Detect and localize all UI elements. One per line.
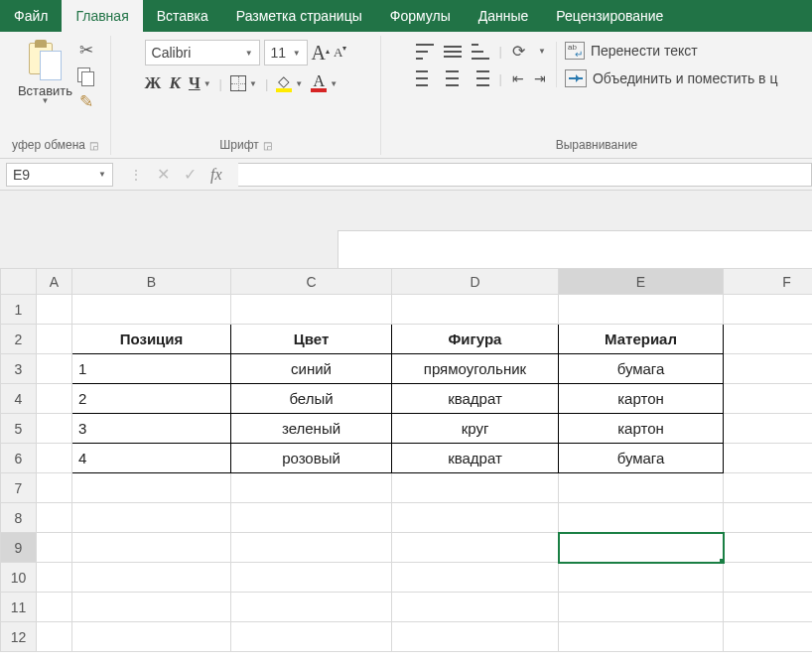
cell[interactable]: квадрат [392, 444, 559, 473]
cell[interactable] [559, 533, 724, 563]
cell[interactable]: 3 [72, 414, 231, 444]
confirm-icon[interactable]: ✓ [184, 165, 197, 184]
borders-button[interactable]: ▼ [230, 75, 257, 91]
row-header[interactable]: 3 [1, 354, 37, 384]
cell[interactable] [559, 622, 724, 652]
cell[interactable] [37, 622, 72, 652]
cell[interactable]: бумага [559, 444, 724, 473]
cell[interactable] [72, 563, 231, 593]
row-header[interactable]: 8 [1, 503, 37, 533]
col-header[interactable]: A [37, 269, 72, 295]
cell[interactable] [37, 384, 72, 414]
cell[interactable] [392, 533, 559, 563]
cell[interactable] [724, 354, 813, 384]
row-header[interactable]: 2 [1, 325, 37, 354]
fill-color-button[interactable]: ◇ ▼ [276, 74, 303, 92]
cell[interactable] [37, 444, 72, 473]
cell[interactable]: зеленый [231, 414, 392, 444]
row-header[interactable]: 10 [1, 563, 37, 593]
cell[interactable]: квадрат [392, 384, 559, 414]
cell[interactable] [724, 325, 813, 354]
cell[interactable]: 1 [72, 354, 231, 384]
cell[interactable] [72, 533, 231, 563]
cell[interactable] [231, 533, 392, 563]
col-header[interactable]: D [392, 269, 559, 295]
cell[interactable] [392, 563, 559, 593]
font-name-select[interactable]: Calibri ▼ [145, 40, 260, 66]
cut-icon[interactable]: ✂ [77, 42, 95, 60]
cancel-icon[interactable]: ✕ [157, 165, 170, 184]
cell[interactable] [37, 354, 72, 384]
cell[interactable]: Цвет [231, 325, 392, 354]
name-box[interactable]: E9 ▼ [6, 163, 113, 187]
cell[interactable] [231, 593, 392, 622]
cell[interactable] [724, 533, 813, 563]
cell[interactable] [72, 622, 231, 652]
cell[interactable]: 4 [72, 444, 231, 473]
col-header[interactable]: F [724, 269, 813, 295]
tab-home[interactable]: Главная [62, 0, 142, 32]
orientation-icon[interactable]: ⟳ [512, 42, 525, 61]
col-header[interactable]: B [72, 269, 231, 295]
tab-review[interactable]: Рецензирование [542, 0, 677, 32]
cell[interactable] [72, 593, 231, 622]
fx-icon[interactable]: fx [210, 166, 222, 184]
italic-button[interactable]: К [169, 73, 181, 93]
cell[interactable] [37, 533, 72, 563]
decrease-indent-icon[interactable]: ⇤ [512, 70, 524, 86]
row-header[interactable]: 7 [1, 473, 37, 503]
cell[interactable]: бумага [559, 354, 724, 384]
cell[interactable] [724, 414, 813, 444]
formula-bar-expand-icon[interactable]: ⋮ [129, 167, 143, 183]
cell[interactable] [72, 473, 231, 503]
cell[interactable]: прямоугольник [392, 354, 559, 384]
col-header[interactable]: E [559, 269, 724, 295]
cell[interactable]: розовый [231, 444, 392, 473]
align-top-icon[interactable] [416, 44, 434, 60]
cell[interactable] [392, 593, 559, 622]
cell[interactable]: Позиция [72, 325, 231, 354]
merge-center-button[interactable]: Объединить и поместить в ц [565, 69, 777, 87]
align-middle-icon[interactable] [444, 44, 462, 60]
paste-dropdown-icon[interactable]: ▼ [42, 96, 50, 105]
bold-button[interactable]: Ж [145, 73, 162, 93]
paste-button[interactable]: Вставить ▼ [16, 36, 75, 105]
cell[interactable] [231, 563, 392, 593]
cell[interactable] [392, 473, 559, 503]
cell[interactable] [724, 622, 813, 652]
increase-indent-icon[interactable]: ⇥ [534, 70, 546, 86]
cell[interactable] [392, 503, 559, 533]
grid-table[interactable]: A B C D E F 12ПозицияЦветФигураМатериал3… [0, 268, 812, 652]
align-right-icon[interactable] [472, 70, 489, 86]
cell[interactable] [559, 503, 724, 533]
copy-icon[interactable] [77, 67, 95, 85]
wrap-text-button[interactable]: Перенести текст [565, 42, 777, 60]
cell[interactable] [37, 473, 72, 503]
cell[interactable]: Фигура [392, 325, 559, 354]
cell[interactable] [392, 295, 559, 325]
align-left-icon[interactable] [416, 70, 434, 86]
row-header[interactable]: 1 [1, 295, 37, 325]
cell[interactable] [724, 444, 813, 473]
font-color-button[interactable]: A ▼ [311, 74, 338, 92]
align-center-icon[interactable] [444, 70, 462, 86]
row-header[interactable]: 9 [1, 533, 37, 563]
shrink-font-icon[interactable]: A▾ [334, 45, 346, 61]
cell[interactable] [37, 563, 72, 593]
align-bottom-icon[interactable] [472, 44, 489, 60]
cell[interactable]: картон [559, 384, 724, 414]
cell[interactable] [37, 295, 72, 325]
clipboard-dialog-icon[interactable]: ◲ [89, 140, 98, 151]
cell[interactable] [37, 593, 72, 622]
cell[interactable] [559, 563, 724, 593]
cell[interactable] [724, 593, 813, 622]
cell[interactable]: 2 [72, 384, 231, 414]
cell[interactable] [724, 473, 813, 503]
row-header[interactable]: 4 [1, 384, 37, 414]
grow-font-icon[interactable]: A▴ [312, 42, 330, 65]
row-header[interactable]: 6 [1, 444, 37, 473]
tab-page-layout[interactable]: Разметка страницы [222, 0, 376, 32]
font-size-select[interactable]: 11 ▼ [264, 40, 308, 66]
cell[interactable] [392, 622, 559, 652]
cell[interactable] [231, 503, 392, 533]
